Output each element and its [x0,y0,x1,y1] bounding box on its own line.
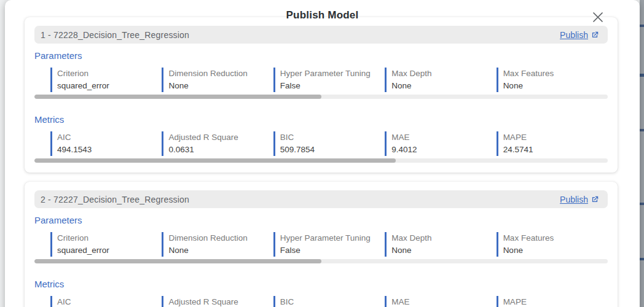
field-label: Max Depth [391,233,492,243]
field-label: MAPE [503,297,604,307]
model-card: 1 - 72228_Decision_Tree_Regression Publi… [25,17,618,173]
field-item: AIC 494.1543 [50,131,162,156]
field-item: MAE 9.4012 [385,131,496,156]
parameters-heading: Parameters [34,50,608,61]
parameters-heading: Parameters [34,215,608,226]
field-label: MAE [391,297,492,307]
field-label: Hyper Parameter Tuning [280,233,381,243]
field-item: Adjusted R Square 0.0339 [162,296,273,307]
field-label: Max Depth [391,68,492,79]
field-value: None [503,245,604,255]
metrics-scrollbar[interactable] [34,158,608,163]
metrics-heading: Metrics [34,114,608,125]
dialog-title: Publish Model [5,9,640,21]
close-button[interactable] [591,10,605,25]
field-item: Hyper Parameter Tuning False [273,232,385,257]
field-label: AIC [57,297,158,307]
field-value: 494.1543 [57,144,158,155]
field-item: MAPE 24.7743 [497,296,608,307]
parameters-scrollbar[interactable] [34,95,608,99]
field-value: 0.0631 [168,144,269,155]
publish-model-dialog: Publish Model 1 - 72228_Decision_Tree_Re… [5,0,640,307]
field-value: squared_error [57,80,158,91]
background-page-strip [640,0,644,307]
section-gap [34,99,608,107]
field-label: Criterion [57,68,158,79]
field-item: Dimension Reduction None [162,232,273,257]
model-name: 2 - 72227_Decision_Tree_Regression [41,195,189,204]
parameters-row: Criterion squared_error Dimension Reduct… [34,68,608,92]
field-value: None [503,80,604,91]
field-item: Max Depth None [385,68,496,92]
metrics-row: AIC 494.1543 Adjusted R Square 0.0631 BI… [34,131,608,156]
field-label: BIC [280,297,381,307]
field-label: Max Features [503,233,604,243]
field-label: Max Features [503,68,604,79]
publish-link[interactable]: Publish [560,30,599,40]
external-link-icon [591,195,599,204]
publish-link[interactable]: Publish [560,195,599,204]
field-label: AIC [57,132,158,142]
parameters-scrollbar[interactable] [34,259,608,263]
field-item: Max Features None [497,68,608,92]
metrics-scrollbar-thumb[interactable] [34,158,396,163]
field-label: Hyper Parameter Tuning [280,68,381,79]
field-item: Max Depth None [385,232,496,257]
field-label: Dimension Reduction [168,68,269,79]
field-value: False [280,245,381,255]
parameters-scrollbar-thumb[interactable] [34,95,321,99]
model-card-header: 2 - 72227_Decision_Tree_Regression Publi… [34,190,608,208]
field-value: 9.4012 [391,144,492,155]
parameters-row: Criterion squared_error Dimension Reduct… [34,232,608,257]
field-value: 24.5741 [503,144,604,155]
field-label: Criterion [57,233,158,243]
field-item: BIC 509.7854 [273,131,385,156]
field-value: None [168,80,269,91]
field-item: BIC 505.7712 [273,296,385,307]
field-label: Adjusted R Square [168,297,269,307]
field-item: Hyper Parameter Tuning False [273,68,385,92]
field-value: None [391,80,492,91]
field-value: False [280,80,381,91]
section-gap [34,263,608,272]
field-value: None [168,245,269,255]
field-item: MAE 9.503 [385,296,496,307]
field-item: MAPE 24.5741 [497,131,608,156]
model-name: 1 - 72228_Decision_Tree_Regression [41,30,189,40]
field-value: None [391,245,492,255]
field-item: AIC 495.3505 [50,296,162,307]
model-card: 2 - 72227_Decision_Tree_Regression Publi… [25,182,618,307]
field-value: 509.7854 [280,144,381,155]
publish-link-label: Publish [560,195,588,204]
field-label: MAE [391,132,492,142]
field-label: BIC [280,132,381,142]
field-label: MAPE [503,132,604,142]
field-item: Dimension Reduction None [162,68,273,92]
field-label: Adjusted R Square [168,132,269,142]
field-item: Adjusted R Square 0.0631 [162,131,273,156]
publish-link-label: Publish [560,30,588,40]
metrics-heading: Metrics [34,279,608,290]
field-item: Criterion squared_error [50,68,162,92]
metrics-row: AIC 495.3505 Adjusted R Square 0.0339 BI… [34,296,608,307]
close-icon [592,12,603,23]
field-label: Dimension Reduction [168,233,269,243]
model-card-header: 1 - 72228_Decision_Tree_Regression Publi… [34,26,608,44]
external-link-icon [591,31,599,39]
field-value: squared_error [57,245,158,255]
model-card-list: 1 - 72228_Decision_Tree_Regression Publi… [5,0,640,307]
field-item: Criterion squared_error [50,232,162,257]
field-item: Max Features None [497,232,608,257]
parameters-scrollbar-thumb[interactable] [34,259,321,263]
